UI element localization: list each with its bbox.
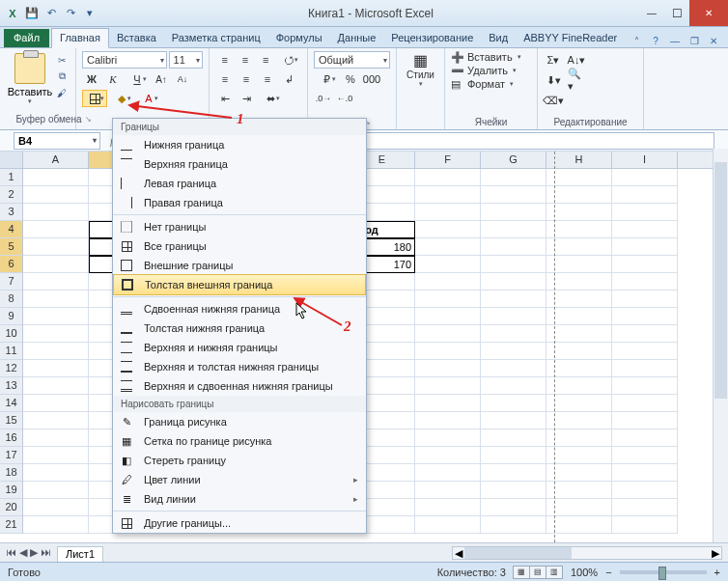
- sheet-nav-last-icon[interactable]: ⏭: [41, 546, 51, 559]
- cell[interactable]: [415, 238, 481, 256]
- column-header[interactable]: H: [546, 152, 612, 168]
- cell[interactable]: [23, 377, 89, 395]
- cell[interactable]: [23, 482, 89, 499]
- sheet-tab[interactable]: Лист1: [57, 546, 103, 562]
- format-painter-icon[interactable]: 🖌: [54, 86, 70, 99]
- draw-border-item[interactable]: ✎Граница рисунка: [113, 412, 366, 431]
- cell[interactable]: [481, 204, 546, 221]
- tab-review[interactable]: Рецензирование: [383, 29, 481, 47]
- cell[interactable]: [415, 360, 481, 377]
- sheet-nav-prev-icon[interactable]: ◀: [19, 546, 27, 559]
- cell[interactable]: [546, 308, 612, 325]
- name-box[interactable]: B4: [14, 132, 100, 150]
- cell[interactable]: [23, 273, 89, 290]
- italic-button[interactable]: К: [103, 70, 123, 88]
- cell[interactable]: [481, 499, 546, 516]
- align-middle-icon[interactable]: ≡: [236, 51, 254, 69]
- maximize-button[interactable]: ☐: [664, 0, 689, 26]
- cell[interactable]: [481, 360, 546, 377]
- cell[interactable]: [546, 516, 612, 534]
- cell[interactable]: [546, 273, 612, 290]
- row-header[interactable]: 19: [0, 482, 23, 499]
- cell[interactable]: [481, 395, 546, 412]
- cell[interactable]: [23, 256, 89, 273]
- minimize-button[interactable]: —: [639, 0, 664, 26]
- border-all-item[interactable]: Все границы: [113, 236, 366, 256]
- border-right-item[interactable]: Правая граница: [113, 193, 366, 212]
- comma-icon[interactable]: 000: [362, 70, 381, 88]
- cell[interactable]: [415, 221, 481, 238]
- tab-abbyy[interactable]: ABBYY FineReader: [516, 29, 625, 47]
- cell[interactable]: [481, 273, 546, 290]
- decrease-decimal-icon[interactable]: ←.0: [335, 90, 354, 107]
- row-header[interactable]: 5: [0, 238, 23, 256]
- underline-button[interactable]: Ч: [125, 70, 150, 88]
- cell[interactable]: [23, 186, 89, 204]
- row-header[interactable]: 11: [0, 343, 23, 360]
- font-color-button[interactable]: A: [136, 90, 161, 107]
- cell[interactable]: [415, 447, 481, 464]
- cell[interactable]: [546, 290, 612, 308]
- cell[interactable]: [23, 221, 89, 238]
- view-normal-icon[interactable]: ▦: [513, 566, 530, 579]
- row-header[interactable]: 2: [0, 186, 23, 204]
- border-top-thick-bottom-item[interactable]: Верхняя и толстая нижняя границы: [113, 357, 366, 376]
- cell[interactable]: [612, 325, 678, 343]
- cell[interactable]: [23, 412, 89, 429]
- zoom-out-icon[interactable]: −: [605, 567, 611, 578]
- row-header[interactable]: 7: [0, 273, 23, 290]
- copy-icon[interactable]: ⧉: [54, 69, 70, 83]
- cell[interactable]: [546, 360, 612, 377]
- cell[interactable]: [23, 395, 89, 412]
- help-icon[interactable]: ?: [649, 34, 662, 47]
- border-top-bottom-item[interactable]: Верхняя и нижняя границы: [113, 338, 366, 357]
- cell[interactable]: [481, 464, 546, 482]
- cell[interactable]: [546, 447, 612, 464]
- minimize-ribbon-icon[interactable]: ˄: [630, 34, 643, 47]
- zoom-slider[interactable]: [620, 570, 707, 574]
- cell[interactable]: [612, 464, 678, 482]
- fill-color-button[interactable]: ◆: [109, 90, 134, 107]
- increase-indent-icon[interactable]: ⇥: [237, 90, 256, 107]
- insert-cells-button[interactable]: ➕Вставить▾: [451, 51, 531, 63]
- line-style-item[interactable]: ≣Вид линии▸: [113, 489, 366, 509]
- column-header[interactable]: I: [612, 152, 678, 168]
- cell[interactable]: [481, 221, 546, 238]
- align-center-icon[interactable]: ≡: [237, 70, 256, 88]
- cell[interactable]: [481, 238, 546, 256]
- border-double-bottom-item[interactable]: Сдвоенная нижняя граница: [113, 299, 366, 318]
- cell[interactable]: [481, 186, 546, 204]
- cell[interactable]: [415, 169, 481, 186]
- qat-dropdown-icon[interactable]: ▾: [81, 5, 98, 22]
- align-left-icon[interactable]: ≡: [215, 70, 235, 88]
- row-header[interactable]: 14: [0, 395, 23, 412]
- row-header[interactable]: 17: [0, 447, 23, 464]
- tab-formulas[interactable]: Формулы: [268, 29, 330, 47]
- cell[interactable]: [546, 169, 612, 186]
- cell[interactable]: [546, 377, 612, 395]
- column-header[interactable]: G: [481, 152, 546, 168]
- currency-icon[interactable]: ₽: [314, 70, 339, 88]
- cell[interactable]: [23, 290, 89, 308]
- cell[interactable]: [481, 516, 546, 534]
- border-left-item[interactable]: Левая граница: [113, 174, 366, 193]
- number-format-combo[interactable]: Общий: [314, 51, 390, 69]
- sheet-nav-next-icon[interactable]: ▶: [30, 546, 38, 559]
- align-right-icon[interactable]: ≡: [258, 70, 277, 88]
- cell[interactable]: [612, 204, 678, 221]
- cell[interactable]: [546, 256, 612, 273]
- row-header[interactable]: 10: [0, 325, 23, 343]
- cell[interactable]: [612, 273, 678, 290]
- font-size-combo[interactable]: 11: [169, 51, 203, 69]
- cell[interactable]: [481, 412, 546, 429]
- cell[interactable]: [23, 360, 89, 377]
- merge-icon[interactable]: ⬌: [258, 90, 283, 107]
- cell[interactable]: [612, 343, 678, 360]
- border-thick-outside-item[interactable]: Толстая внешняя граница: [113, 274, 366, 295]
- cell[interactable]: [23, 343, 89, 360]
- cell[interactable]: [415, 482, 481, 499]
- sort-filter-icon[interactable]: A↓▾: [567, 51, 586, 69]
- cell[interactable]: [612, 238, 678, 256]
- cell[interactable]: [612, 360, 678, 377]
- wrap-text-icon[interactable]: ↲: [279, 70, 298, 88]
